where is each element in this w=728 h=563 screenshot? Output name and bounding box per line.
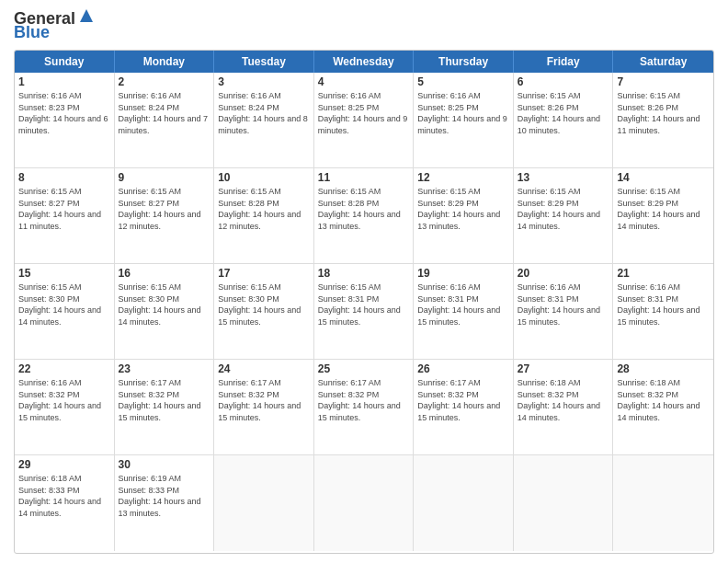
day-number: 16: [119, 267, 210, 280]
calendar-cell-19: 19Sunrise: 6:16 AMSunset: 8:31 PMDayligh…: [414, 264, 514, 359]
calendar-cell-22: 22Sunrise: 6:16 AMSunset: 8:32 PMDayligh…: [15, 360, 115, 454]
calendar-cell-23: 23Sunrise: 6:17 AMSunset: 8:32 PMDayligh…: [115, 360, 215, 454]
calendar-cell-13: 13Sunrise: 6:15 AMSunset: 8:29 PMDayligh…: [514, 168, 614, 263]
calendar-cell-3: 3Sunrise: 6:16 AMSunset: 8:24 PMDaylight…: [214, 73, 314, 167]
day-number: 25: [318, 362, 410, 375]
day-number: 19: [417, 267, 509, 280]
calendar-cell-9: 9Sunrise: 6:15 AMSunset: 8:27 PMDaylight…: [115, 168, 215, 263]
logo-icon: [76, 6, 97, 26]
calendar-cell-8: 8Sunrise: 6:15 AMSunset: 8:27 PMDaylight…: [15, 168, 115, 263]
cell-info: Sunrise: 6:16 AMSunset: 8:25 PMDaylight:…: [318, 90, 410, 136]
cell-info: Sunrise: 6:17 AMSunset: 8:32 PMDaylight:…: [417, 377, 509, 423]
cell-info: Sunrise: 6:15 AMSunset: 8:31 PMDaylight:…: [318, 282, 410, 327]
day-number: 20: [518, 267, 609, 280]
logo-blue: Blue: [14, 23, 50, 42]
header: General Blue: [14, 9, 714, 42]
calendar-cell-18: 18Sunrise: 6:15 AMSunset: 8:31 PMDayligh…: [314, 264, 415, 359]
cell-info: Sunrise: 6:16 AMSunset: 8:25 PMDaylight:…: [417, 90, 509, 136]
calendar-cell-5: 5Sunrise: 6:16 AMSunset: 8:25 PMDaylight…: [414, 73, 514, 167]
day-number: 9: [119, 171, 210, 184]
day-number: 10: [218, 171, 310, 184]
cell-info: Sunrise: 6:15 AMSunset: 8:26 PMDaylight:…: [518, 90, 609, 136]
page: General Blue Sunday Monday Tuesday Wedne…: [0, 0, 728, 563]
calendar-row: 8Sunrise: 6:15 AMSunset: 8:27 PMDaylight…: [15, 168, 713, 264]
cell-info: Sunrise: 6:16 AMSunset: 8:31 PMDaylight:…: [518, 282, 609, 327]
day-number: 3: [218, 75, 310, 88]
cell-info: Sunrise: 6:17 AMSunset: 8:32 PMDaylight:…: [218, 377, 310, 423]
calendar-cell-26: 26Sunrise: 6:17 AMSunset: 8:32 PMDayligh…: [414, 360, 514, 454]
cell-info: Sunrise: 6:15 AMSunset: 8:28 PMDaylight:…: [318, 186, 410, 232]
day-number: 2: [119, 75, 210, 88]
calendar-row: 1Sunrise: 6:16 AMSunset: 8:23 PMDaylight…: [15, 73, 713, 168]
day-number: 26: [417, 362, 509, 375]
header-tuesday: Tuesday: [214, 51, 314, 73]
cell-info: Sunrise: 6:15 AMSunset: 8:27 PMDaylight:…: [119, 186, 210, 232]
cell-info: Sunrise: 6:16 AMSunset: 8:23 PMDaylight:…: [18, 90, 110, 136]
header-sunday: Sunday: [15, 51, 115, 73]
calendar-cell-14: 14Sunrise: 6:15 AMSunset: 8:29 PMDayligh…: [613, 168, 713, 263]
day-number: 22: [18, 362, 110, 375]
day-number: 5: [417, 75, 509, 88]
header-thursday: Thursday: [414, 51, 514, 73]
calendar-body: 1Sunrise: 6:16 AMSunset: 8:23 PMDaylight…: [15, 73, 713, 551]
calendar-cell-27: 27Sunrise: 6:18 AMSunset: 8:32 PMDayligh…: [514, 360, 614, 454]
calendar-cell-6: 6Sunrise: 6:15 AMSunset: 8:26 PMDaylight…: [514, 73, 614, 167]
calendar-row: 15Sunrise: 6:15 AMSunset: 8:30 PMDayligh…: [15, 264, 713, 360]
header-saturday: Saturday: [613, 51, 713, 73]
cell-info: Sunrise: 6:16 AMSunset: 8:31 PMDaylight:…: [417, 282, 509, 327]
header-friday: Friday: [514, 51, 614, 73]
calendar-header: Sunday Monday Tuesday Wednesday Thursday…: [15, 51, 713, 73]
cell-info: Sunrise: 6:16 AMSunset: 8:24 PMDaylight:…: [119, 90, 210, 136]
cell-info: Sunrise: 6:15 AMSunset: 8:27 PMDaylight:…: [18, 186, 110, 232]
cell-info: Sunrise: 6:15 AMSunset: 8:26 PMDaylight:…: [617, 90, 710, 136]
day-number: 15: [18, 267, 110, 280]
logo: General Blue: [14, 9, 97, 42]
calendar-cell-28: 28Sunrise: 6:18 AMSunset: 8:32 PMDayligh…: [613, 360, 713, 454]
header-monday: Monday: [115, 51, 215, 73]
calendar-cell-11: 11Sunrise: 6:15 AMSunset: 8:28 PMDayligh…: [314, 168, 415, 263]
cell-info: Sunrise: 6:15 AMSunset: 8:30 PMDaylight:…: [119, 282, 210, 327]
cell-info: Sunrise: 6:18 AMSunset: 8:32 PMDaylight:…: [617, 377, 710, 423]
cell-info: Sunrise: 6:15 AMSunset: 8:30 PMDaylight:…: [18, 282, 110, 327]
calendar-row: 29Sunrise: 6:18 AMSunset: 8:33 PMDayligh…: [15, 455, 713, 551]
cell-info: Sunrise: 6:17 AMSunset: 8:32 PMDaylight:…: [318, 377, 410, 423]
day-number: 23: [119, 362, 210, 375]
calendar: Sunday Monday Tuesday Wednesday Thursday…: [14, 50, 714, 554]
calendar-cell-25: 25Sunrise: 6:17 AMSunset: 8:32 PMDayligh…: [314, 360, 415, 454]
cell-info: Sunrise: 6:16 AMSunset: 8:31 PMDaylight:…: [617, 282, 710, 327]
day-number: 28: [617, 362, 710, 375]
calendar-cell-1: 1Sunrise: 6:16 AMSunset: 8:23 PMDaylight…: [15, 73, 115, 167]
day-number: 12: [417, 171, 509, 184]
day-number: 18: [318, 267, 410, 280]
calendar-cell-empty: [514, 455, 614, 551]
cell-info: Sunrise: 6:16 AMSunset: 8:24 PMDaylight:…: [218, 90, 310, 136]
day-number: 7: [617, 75, 710, 88]
calendar-cell-20: 20Sunrise: 6:16 AMSunset: 8:31 PMDayligh…: [514, 264, 614, 359]
day-number: 29: [18, 458, 110, 471]
calendar-cell-empty: [314, 455, 415, 551]
calendar-cell-30: 30Sunrise: 6:19 AMSunset: 8:33 PMDayligh…: [115, 455, 215, 551]
cell-info: Sunrise: 6:15 AMSunset: 8:30 PMDaylight:…: [218, 282, 310, 327]
calendar-cell-10: 10Sunrise: 6:15 AMSunset: 8:28 PMDayligh…: [214, 168, 314, 263]
calendar-cell-17: 17Sunrise: 6:15 AMSunset: 8:30 PMDayligh…: [214, 264, 314, 359]
day-number: 21: [617, 267, 710, 280]
calendar-cell-4: 4Sunrise: 6:16 AMSunset: 8:25 PMDaylight…: [314, 73, 415, 167]
day-number: 13: [518, 171, 609, 184]
cell-info: Sunrise: 6:15 AMSunset: 8:29 PMDaylight:…: [617, 186, 710, 232]
calendar-cell-21: 21Sunrise: 6:16 AMSunset: 8:31 PMDayligh…: [613, 264, 713, 359]
day-number: 4: [318, 75, 410, 88]
day-number: 24: [218, 362, 310, 375]
day-number: 8: [18, 171, 110, 184]
day-number: 14: [617, 171, 710, 184]
day-number: 30: [119, 458, 210, 471]
cell-info: Sunrise: 6:15 AMSunset: 8:28 PMDaylight:…: [218, 186, 310, 232]
calendar-cell-2: 2Sunrise: 6:16 AMSunset: 8:24 PMDaylight…: [115, 73, 215, 167]
calendar-cell-29: 29Sunrise: 6:18 AMSunset: 8:33 PMDayligh…: [15, 455, 115, 551]
header-wednesday: Wednesday: [314, 51, 415, 73]
day-number: 27: [518, 362, 609, 375]
cell-info: Sunrise: 6:16 AMSunset: 8:32 PMDaylight:…: [18, 377, 110, 423]
day-number: 17: [218, 267, 310, 280]
calendar-cell-15: 15Sunrise: 6:15 AMSunset: 8:30 PMDayligh…: [15, 264, 115, 359]
calendar-cell-7: 7Sunrise: 6:15 AMSunset: 8:26 PMDaylight…: [613, 73, 713, 167]
cell-info: Sunrise: 6:18 AMSunset: 8:32 PMDaylight:…: [518, 377, 609, 423]
